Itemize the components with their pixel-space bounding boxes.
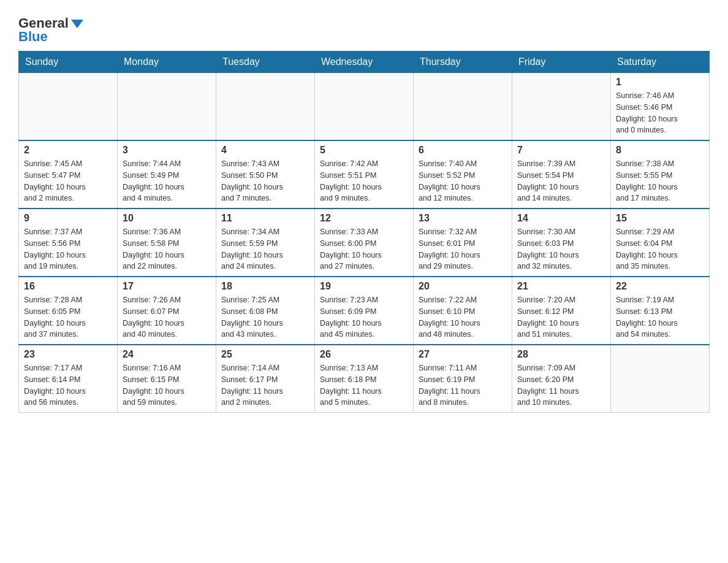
day-number: 10	[123, 213, 211, 224]
calendar-cell: 5Sunrise: 7:42 AM Sunset: 5:51 PM Daylig…	[315, 140, 414, 209]
day-number: 14	[517, 213, 605, 224]
calendar-cell: 26Sunrise: 7:13 AM Sunset: 6:18 PM Dayli…	[315, 345, 414, 413]
calendar-cell: 6Sunrise: 7:40 AM Sunset: 5:52 PM Daylig…	[414, 140, 512, 209]
calendar-cell: 14Sunrise: 7:30 AM Sunset: 6:03 PM Dayli…	[512, 209, 611, 277]
day-number: 9	[24, 213, 112, 224]
calendar-cell: 11Sunrise: 7:34 AM Sunset: 5:59 PM Dayli…	[216, 209, 315, 277]
calendar-cell	[611, 345, 710, 413]
day-number: 8	[616, 145, 704, 156]
calendar-cell: 2Sunrise: 7:45 AM Sunset: 5:47 PM Daylig…	[19, 140, 118, 209]
day-info: Sunrise: 7:45 AM Sunset: 5:47 PM Dayligh…	[24, 158, 112, 204]
calendar-cell: 13Sunrise: 7:32 AM Sunset: 6:01 PM Dayli…	[414, 209, 512, 277]
day-number: 24	[123, 349, 211, 360]
day-number: 23	[24, 349, 112, 360]
day-info: Sunrise: 7:19 AM Sunset: 6:13 PM Dayligh…	[616, 294, 704, 340]
day-number: 22	[616, 281, 704, 292]
day-number: 2	[24, 145, 112, 156]
day-info: Sunrise: 7:38 AM Sunset: 5:55 PM Dayligh…	[616, 158, 704, 204]
day-info: Sunrise: 7:44 AM Sunset: 5:49 PM Dayligh…	[123, 158, 211, 204]
day-number: 6	[419, 145, 507, 156]
calendar-header-tuesday: Tuesday	[216, 52, 315, 73]
day-info: Sunrise: 7:29 AM Sunset: 6:04 PM Dayligh…	[616, 226, 704, 272]
page-header: General Blue	[18, 12, 710, 45]
calendar-cell: 12Sunrise: 7:33 AM Sunset: 6:00 PM Dayli…	[315, 209, 414, 277]
day-number: 12	[320, 213, 408, 224]
calendar-cell: 9Sunrise: 7:37 AM Sunset: 5:56 PM Daylig…	[19, 209, 118, 277]
calendar-week-row-1: 1Sunrise: 7:46 AM Sunset: 5:46 PM Daylig…	[19, 73, 710, 141]
calendar-cell: 23Sunrise: 7:17 AM Sunset: 6:14 PM Dayli…	[19, 345, 118, 413]
day-info: Sunrise: 7:22 AM Sunset: 6:10 PM Dayligh…	[419, 294, 507, 340]
day-number: 17	[123, 281, 211, 292]
calendar-header-monday: Monday	[118, 52, 216, 73]
day-info: Sunrise: 7:16 AM Sunset: 6:15 PM Dayligh…	[123, 362, 211, 408]
day-number: 1	[616, 77, 704, 88]
calendar-cell: 15Sunrise: 7:29 AM Sunset: 6:04 PM Dayli…	[611, 209, 710, 277]
calendar-cell: 17Sunrise: 7:26 AM Sunset: 6:07 PM Dayli…	[118, 277, 216, 345]
calendar-cell	[512, 73, 611, 141]
calendar-cell: 19Sunrise: 7:23 AM Sunset: 6:09 PM Dayli…	[315, 277, 414, 345]
calendar-cell: 28Sunrise: 7:09 AM Sunset: 6:20 PM Dayli…	[512, 345, 611, 413]
day-info: Sunrise: 7:37 AM Sunset: 5:56 PM Dayligh…	[24, 226, 112, 272]
day-number: 4	[221, 145, 309, 156]
calendar-week-row-4: 16Sunrise: 7:28 AM Sunset: 6:05 PM Dayli…	[19, 277, 710, 345]
calendar-week-row-2: 2Sunrise: 7:45 AM Sunset: 5:47 PM Daylig…	[19, 140, 710, 209]
day-info: Sunrise: 7:09 AM Sunset: 6:20 PM Dayligh…	[517, 362, 605, 408]
day-number: 27	[419, 349, 507, 360]
day-info: Sunrise: 7:13 AM Sunset: 6:18 PM Dayligh…	[320, 362, 408, 408]
calendar-cell: 16Sunrise: 7:28 AM Sunset: 6:05 PM Dayli…	[19, 277, 118, 345]
calendar-week-row-5: 23Sunrise: 7:17 AM Sunset: 6:14 PM Dayli…	[19, 345, 710, 413]
day-number: 28	[517, 349, 605, 360]
day-info: Sunrise: 7:28 AM Sunset: 6:05 PM Dayligh…	[24, 294, 112, 340]
calendar-cell	[118, 73, 216, 141]
day-info: Sunrise: 7:25 AM Sunset: 6:08 PM Dayligh…	[221, 294, 309, 340]
day-info: Sunrise: 7:39 AM Sunset: 5:54 PM Dayligh…	[517, 158, 605, 204]
calendar-cell: 24Sunrise: 7:16 AM Sunset: 6:15 PM Dayli…	[118, 345, 216, 413]
day-info: Sunrise: 7:46 AM Sunset: 5:46 PM Dayligh…	[616, 90, 704, 136]
calendar-cell: 1Sunrise: 7:46 AM Sunset: 5:46 PM Daylig…	[611, 73, 710, 141]
day-number: 5	[320, 145, 408, 156]
logo-blue-text: Blue	[18, 29, 48, 45]
calendar-cell: 4Sunrise: 7:43 AM Sunset: 5:50 PM Daylig…	[216, 140, 315, 209]
day-number: 15	[616, 213, 704, 224]
day-number: 7	[517, 145, 605, 156]
calendar-header-row: SundayMondayTuesdayWednesdayThursdayFrid…	[19, 52, 710, 73]
day-number: 18	[221, 281, 309, 292]
calendar-cell: 20Sunrise: 7:22 AM Sunset: 6:10 PM Dayli…	[414, 277, 512, 345]
day-info: Sunrise: 7:40 AM Sunset: 5:52 PM Dayligh…	[419, 158, 507, 204]
logo-arrow-icon	[71, 20, 83, 28]
calendar-cell: 7Sunrise: 7:39 AM Sunset: 5:54 PM Daylig…	[512, 140, 611, 209]
calendar-header-friday: Friday	[512, 52, 611, 73]
day-number: 19	[320, 281, 408, 292]
day-number: 3	[123, 145, 211, 156]
calendar-cell: 22Sunrise: 7:19 AM Sunset: 6:13 PM Dayli…	[611, 277, 710, 345]
day-info: Sunrise: 7:11 AM Sunset: 6:19 PM Dayligh…	[419, 362, 507, 408]
calendar-cell: 10Sunrise: 7:36 AM Sunset: 5:58 PM Dayli…	[118, 209, 216, 277]
day-info: Sunrise: 7:30 AM Sunset: 6:03 PM Dayligh…	[517, 226, 605, 272]
day-info: Sunrise: 7:42 AM Sunset: 5:51 PM Dayligh…	[320, 158, 408, 204]
day-number: 25	[221, 349, 309, 360]
logo: General Blue	[18, 12, 83, 45]
day-info: Sunrise: 7:32 AM Sunset: 6:01 PM Dayligh…	[419, 226, 507, 272]
day-number: 20	[419, 281, 507, 292]
calendar-cell	[19, 73, 118, 141]
calendar-header-wednesday: Wednesday	[315, 52, 414, 73]
day-info: Sunrise: 7:43 AM Sunset: 5:50 PM Dayligh…	[221, 158, 309, 204]
calendar-cell: 21Sunrise: 7:20 AM Sunset: 6:12 PM Dayli…	[512, 277, 611, 345]
calendar-header-thursday: Thursday	[414, 52, 512, 73]
calendar-cell	[414, 73, 512, 141]
day-info: Sunrise: 7:20 AM Sunset: 6:12 PM Dayligh…	[517, 294, 605, 340]
calendar-header-sunday: Sunday	[19, 52, 118, 73]
calendar-cell: 27Sunrise: 7:11 AM Sunset: 6:19 PM Dayli…	[414, 345, 512, 413]
day-info: Sunrise: 7:33 AM Sunset: 6:00 PM Dayligh…	[320, 226, 408, 272]
day-number: 11	[221, 213, 309, 224]
calendar-cell: 8Sunrise: 7:38 AM Sunset: 5:55 PM Daylig…	[611, 140, 710, 209]
day-info: Sunrise: 7:17 AM Sunset: 6:14 PM Dayligh…	[24, 362, 112, 408]
calendar-cell: 25Sunrise: 7:14 AM Sunset: 6:17 PM Dayli…	[216, 345, 315, 413]
day-info: Sunrise: 7:23 AM Sunset: 6:09 PM Dayligh…	[320, 294, 408, 340]
day-number: 26	[320, 349, 408, 360]
calendar-table: SundayMondayTuesdayWednesdayThursdayFrid…	[18, 51, 710, 413]
day-info: Sunrise: 7:34 AM Sunset: 5:59 PM Dayligh…	[221, 226, 309, 272]
calendar-cell: 3Sunrise: 7:44 AM Sunset: 5:49 PM Daylig…	[118, 140, 216, 209]
calendar-cell: 18Sunrise: 7:25 AM Sunset: 6:08 PM Dayli…	[216, 277, 315, 345]
day-number: 16	[24, 281, 112, 292]
